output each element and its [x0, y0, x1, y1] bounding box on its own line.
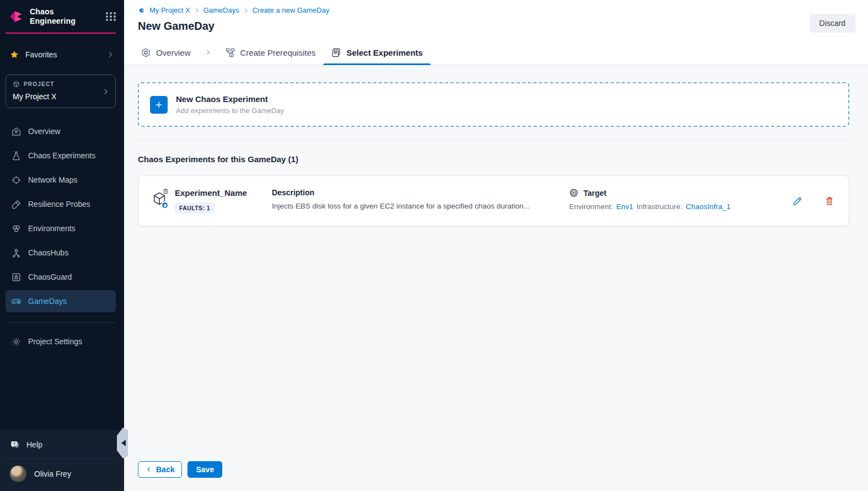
experiments-stack-icon: [331, 47, 341, 58]
tab-overview[interactable]: Overview: [133, 40, 199, 65]
gear-icon: [11, 337, 22, 347]
sidebar-item-network-maps[interactable]: Network Maps: [6, 169, 116, 191]
chevron-right-icon: [194, 8, 200, 13]
delete-experiment-button[interactable]: [823, 195, 835, 207]
user-profile[interactable]: Olivia Frey: [0, 459, 124, 491]
brand-title: Chaos Engineering: [30, 7, 76, 25]
sidebar-footer: ? Help Olivia Frey: [0, 430, 124, 491]
back-button[interactable]: Back: [138, 461, 182, 478]
infrastructure-label: Infrastructure:: [636, 202, 682, 211]
experiment-status-badge: [161, 201, 169, 209]
edit-experiment-button[interactable]: [791, 195, 803, 207]
faults-badge: FAULTS: 1: [175, 202, 215, 214]
add-experiment-subtitle: Add experiments to the GameDay: [176, 106, 284, 115]
main-area: My Project X GameDays Create a new GameD…: [124, 0, 868, 491]
trash-icon: [824, 196, 834, 206]
sidebar-item-project-settings[interactable]: Project Settings: [6, 330, 116, 353]
experiment-name-column: Experiment_Name FAULTS: 1: [175, 188, 272, 214]
breadcrumb-create-gameday[interactable]: Create a new GameDay: [253, 6, 329, 14]
page-title: New GameDay: [138, 20, 855, 33]
experiment-card: Experiment_Name FAULTS: 1 Description In…: [138, 175, 849, 226]
module-grid-icon[interactable]: [106, 12, 116, 21]
tab-content: New Chaos Experiment Add experiments to …: [124, 65, 868, 491]
discard-button[interactable]: Discard: [810, 14, 855, 33]
page-header: My Project X GameDays Create a new GameD…: [124, 0, 868, 40]
breadcrumb-project[interactable]: My Project X: [149, 6, 190, 14]
sidebar-item-resilience-probes[interactable]: Resilience Probes: [6, 193, 116, 215]
add-experiment-text: New Chaos Experiment Add experiments to …: [176, 94, 284, 115]
target-icon: [569, 188, 578, 198]
chevron-right-icon: [243, 8, 249, 13]
add-experiment-button[interactable]: [150, 96, 168, 114]
user-avatar: [10, 466, 26, 482]
experiment-mini-badge-icon: [163, 188, 169, 194]
sidebar-item-environments[interactable]: Environments: [6, 217, 116, 239]
chevron-left-icon: [146, 466, 152, 473]
brand-header: Chaos Engineering: [0, 0, 124, 31]
project-kicker-label: PROJECT: [24, 81, 55, 87]
prerequisites-flow-icon: [225, 47, 235, 58]
wizard-tabs: Overview Create Prerequisites Select Exp…: [124, 40, 868, 65]
cube-icon: [13, 81, 20, 88]
flask-icon: [11, 151, 22, 161]
gamepad-icon: [11, 296, 22, 307]
sidebar-item-chaosguard[interactable]: ChaosGuard: [6, 266, 116, 288]
environments-icon: [11, 223, 22, 234]
new-chaos-experiment-dropzone[interactable]: New Chaos Experiment Add experiments to …: [138, 82, 849, 127]
wizard-footer-actions: Back Save: [138, 461, 849, 478]
description-label: Description: [272, 188, 556, 197]
experiment-actions: [789, 195, 835, 207]
save-button[interactable]: Save: [187, 461, 222, 478]
harness-logo-small: [138, 7, 146, 14]
sidebar: Chaos Engineering Favorites PROJECT My P…: [0, 0, 124, 491]
content-divider: [138, 140, 849, 140]
star-icon: [10, 50, 19, 59]
experiment-cube-icon: [152, 188, 175, 206]
sidebar-divider: [6, 322, 116, 323]
chevron-right-icon: [204, 49, 212, 56]
sidebar-item-gamedays[interactable]: GameDays: [6, 290, 116, 312]
project-selector[interactable]: PROJECT My Project X: [6, 74, 116, 108]
network-icon: [11, 175, 22, 185]
home-icon: [11, 126, 22, 137]
sidebar-item-overview[interactable]: Overview: [6, 120, 116, 142]
sidebar-item-chaoshubs[interactable]: ChaosHubs: [6, 242, 116, 264]
sidebar-nav: Overview Chaos Experiments Network Maps …: [0, 120, 124, 314]
tab-create-prerequisites[interactable]: Create Prerequisites: [217, 40, 324, 65]
experiment-target-column: Target Environment: Env1 Infrastructure:…: [569, 188, 789, 211]
sidebar-item-chaos-experiments[interactable]: Chaos Experiments: [6, 145, 116, 167]
environment-label: Environment:: [569, 202, 613, 211]
help-button[interactable]: ? Help: [0, 431, 124, 458]
hub-icon: [11, 248, 22, 258]
experiment-description-column: Description Injects EBS disk loss for a …: [272, 188, 569, 210]
svg-text:?: ?: [13, 442, 15, 446]
description-text: Injects EBS disk loss for a given EC2 in…: [272, 202, 556, 210]
pencil-icon: [792, 196, 802, 206]
overview-wheel-icon: [141, 47, 151, 58]
experiment-name: Experiment_Name: [175, 188, 272, 198]
favorites-label: Favorites: [25, 50, 57, 59]
sidebar-item-favorites[interactable]: Favorites: [0, 45, 124, 65]
add-experiment-title: New Chaos Experiment: [176, 94, 284, 104]
breadcrumb-gamedays[interactable]: GameDays: [203, 6, 239, 14]
tab-select-experiments[interactable]: Select Experiments: [323, 40, 430, 65]
target-label: Target: [583, 189, 607, 198]
chevron-right-icon: [106, 51, 114, 58]
project-name: My Project X: [13, 92, 109, 101]
section-title: Chaos Experiments for this GameDay (1): [138, 154, 849, 164]
user-name: Olivia Frey: [34, 469, 71, 478]
guard-lock-icon: [11, 272, 22, 282]
plus-icon: [154, 100, 164, 110]
infrastructure-link[interactable]: ChaosInfra_1: [686, 202, 731, 211]
help-chat-icon: ?: [10, 440, 20, 450]
harness-logo: [8, 8, 24, 25]
brand-underline: [6, 33, 116, 34]
probe-icon: [11, 199, 22, 210]
chevron-right-icon: [101, 87, 110, 95]
environment-link[interactable]: Env1: [617, 202, 634, 211]
breadcrumb: My Project X GameDays Create a new GameD…: [138, 6, 855, 14]
